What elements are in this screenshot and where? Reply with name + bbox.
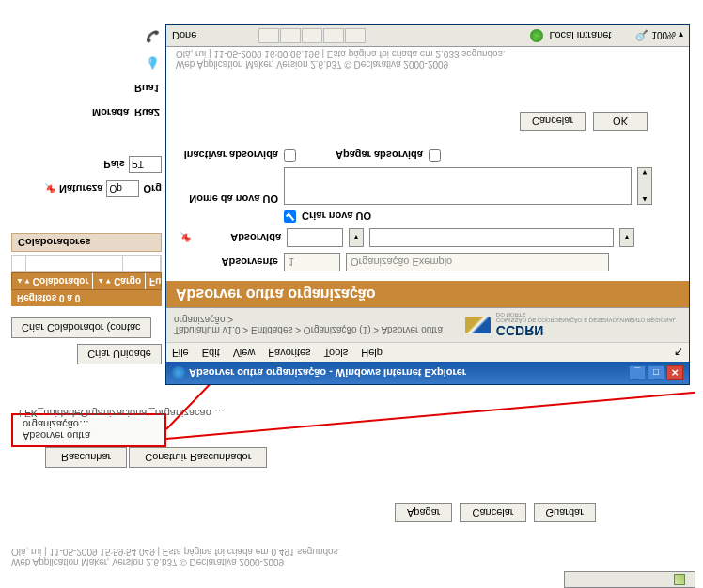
natureza-label: Natureza xyxy=(59,183,102,194)
pais-input[interactable] xyxy=(129,156,162,173)
parent-title-fragment xyxy=(564,571,695,588)
natureza-input[interactable] xyxy=(106,180,139,197)
chevron-down-icon: ▾ xyxy=(679,31,683,41)
popup-titlebar: Absorver outra organização - Windows Int… xyxy=(166,362,689,384)
rua1-label: Rua1 xyxy=(134,83,160,94)
ccdr-logo: CCDRN COMISSÃO DE COORDENAÇÃO E DESENVOL… xyxy=(465,312,681,338)
popup-title: Absorver outra organização - Windows Int… xyxy=(189,367,466,379)
popup-ok-button[interactable]: OK xyxy=(593,112,648,131)
registos-bar: Registos 0 a 0 xyxy=(11,290,162,306)
popup-window: Done Local intranet 🔍 100% ▾ Web Applica… xyxy=(165,24,690,385)
sort-icon: ▲▼ xyxy=(97,277,112,286)
phone-icon: 📞 xyxy=(146,30,160,43)
absorvida-nome-input[interactable] xyxy=(369,228,614,247)
menu-help[interactable]: Help xyxy=(361,346,383,359)
tab-construir[interactable]: Construir Rascunhador xyxy=(129,447,267,468)
popup-header: Tabularium v1.0 > Entidades > Organizaçã… xyxy=(166,307,689,342)
zoom-control[interactable]: 🔍 100% ▾ xyxy=(635,30,683,42)
pin-icon: 📌 xyxy=(180,233,191,243)
inactivar-label: Inactivar absorvida xyxy=(180,150,278,162)
popup-form: Absorvente 📌 Absorvida ▾ ▾ Criar nova UO… xyxy=(166,71,689,281)
popup-cancelar-button[interactable]: Cancelar xyxy=(520,112,586,131)
absorvente-id-input xyxy=(284,253,340,271)
cursor-icon: ↖ xyxy=(674,346,683,359)
inactivar-checkbox[interactable] xyxy=(284,149,296,162)
form-labels: 📌 Natureza Org País xyxy=(11,148,162,197)
absorvida-label: Absorvida xyxy=(196,232,281,243)
popup-heading: Absorver outra organização xyxy=(166,281,689,307)
colaboradores-section: Colaboradores xyxy=(11,233,162,252)
dropdown-button[interactable]: ▾ xyxy=(349,228,364,247)
callout-line xyxy=(166,392,695,440)
absorvente-label: Absorvente xyxy=(180,256,278,268)
col-cargo[interactable]: ▲▼Cargo xyxy=(93,273,146,289)
action-buttons: Apagar Cancelar Guardar xyxy=(395,503,596,522)
window-controls: _ □ ✕ xyxy=(629,365,683,380)
rua2-label: Rua2 xyxy=(134,107,160,118)
status-done: Done xyxy=(172,30,196,41)
menu-bar: File Edit View Favorites Tools Help ↖ xyxy=(166,342,689,362)
nome-nova-uo-input[interactable] xyxy=(284,167,632,205)
zoom-icon: 🔍 xyxy=(635,30,648,42)
breadcrumb: Tabularium v1.0 > Entidades > Organizaçã… xyxy=(174,315,465,335)
morada-label: Morada xyxy=(92,107,129,118)
menu-favorites[interactable]: Favorites xyxy=(268,346,310,359)
wave-icon xyxy=(465,317,490,333)
table-row xyxy=(11,255,162,272)
intranet-icon xyxy=(530,29,543,42)
close-button[interactable]: ✕ xyxy=(666,365,683,380)
guardar-button[interactable]: Guardar xyxy=(534,503,596,522)
menu-file[interactable]: File xyxy=(172,346,189,359)
apagar-absorvida-checkbox[interactable] xyxy=(429,149,441,162)
tab-rascunhar[interactable]: Rascunhar xyxy=(45,447,127,468)
apagar-button[interactable]: Apagar xyxy=(395,503,452,522)
criar-nova-uo-checkbox[interactable] xyxy=(284,210,296,223)
menu-edit[interactable]: Edit xyxy=(202,346,220,359)
col-fu[interactable]: Fu xyxy=(146,273,165,289)
cancelar-button[interactable]: Cancelar xyxy=(460,503,525,522)
minimize-button[interactable]: _ xyxy=(629,365,646,380)
ie-icon xyxy=(172,366,185,379)
status-bar: Done Local intranet 🔍 100% ▾ xyxy=(166,25,689,47)
criar-colaborador-button[interactable]: Criar Colaborador (contac xyxy=(11,317,151,338)
dropdown-button[interactable]: ▾ xyxy=(619,228,634,247)
drop-icon: 💧 xyxy=(146,56,160,70)
left-column: Criar Unidade Criar Colaborador (contac … xyxy=(11,233,162,364)
tabs: Rascunhar Construir Rascunhador xyxy=(45,447,269,468)
maximize-button[interactable]: □ xyxy=(648,365,664,380)
footer-status: Web Application Maker, Version 2.6.b37 ©… xyxy=(11,547,340,567)
nome-nova-uo-label: Nome da nova UO xyxy=(180,193,278,205)
fk-link[interactable]: t.FK_unidadeOrganizacional_organizacao … xyxy=(19,408,225,419)
absorvente-nome-input xyxy=(346,253,609,271)
org-label: Org xyxy=(143,183,162,194)
title-icon xyxy=(674,574,685,585)
status-cells xyxy=(258,28,366,43)
pais-label: País xyxy=(103,159,125,170)
popup-footer: Web Application Maker, Version 2.6.b37 ©… xyxy=(166,47,689,71)
address-labels: Morada Rua2 Rua1 💧 📞 xyxy=(66,17,160,118)
scrollbar[interactable]: ▲▼ xyxy=(637,167,652,205)
criar-nova-uo-label: Criar nova UO xyxy=(302,211,371,223)
apagar-absorvida-label: Apagar absorvida xyxy=(336,150,423,162)
absorvida-id-input[interactable] xyxy=(287,228,343,247)
sort-icon: ▲▼ xyxy=(16,277,31,286)
intranet-label: Local intranet xyxy=(549,30,611,41)
menu-tools[interactable]: Tools xyxy=(324,346,349,359)
criar-unidade-button[interactable]: Criar Unidade xyxy=(77,344,162,364)
menu-view[interactable]: View xyxy=(233,346,256,359)
col-colaborador[interactable]: ▲▼Colaborador xyxy=(12,273,93,289)
grid-headers: ▲▼Colaborador ▲▼Cargo Fu xyxy=(11,272,162,290)
pin-icon: 📌 xyxy=(44,184,55,194)
